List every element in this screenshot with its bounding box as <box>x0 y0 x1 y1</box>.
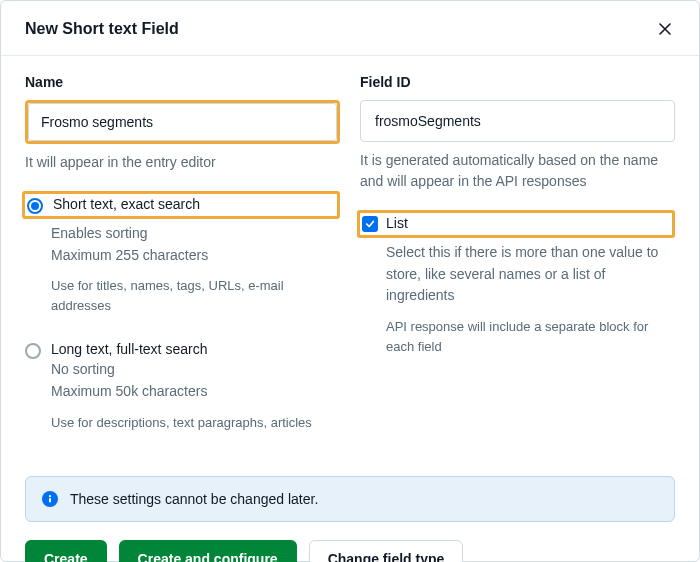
short-text-option[interactable]: Short text, exact search Enables sorting… <box>25 191 340 315</box>
modal-footer: These settings cannot be changed later. … <box>1 476 699 562</box>
name-input-highlight <box>25 100 340 144</box>
name-input[interactable] <box>28 103 337 141</box>
new-field-modal: New Short text Field Name It will appear… <box>0 0 700 562</box>
radio-long-text[interactable] <box>25 343 41 359</box>
check-icon <box>365 219 375 229</box>
text-type-radio-group: Short text, exact search Enables sorting… <box>25 191 340 432</box>
field-id-label: Field ID <box>360 74 675 90</box>
list-checkbox[interactable] <box>362 216 378 232</box>
close-icon <box>657 21 673 37</box>
list-title: List <box>386 215 408 231</box>
modal-header: New Short text Field <box>1 1 699 56</box>
left-column: Name It will appear in the entry editor … <box>25 74 340 458</box>
list-sub: Select this if there is more than one va… <box>386 242 675 307</box>
list-checkbox-highlight: List <box>357 210 675 238</box>
list-option[interactable]: List Select this if there is more than o… <box>360 210 675 356</box>
notice-text: These settings cannot be changed later. <box>70 491 318 507</box>
long-text-title: Long text, full-text search <box>51 341 312 357</box>
field-id-input-wrap <box>360 100 675 142</box>
short-text-sub1: Enables sorting <box>51 223 340 245</box>
change-field-type-button[interactable]: Change field type <box>309 540 464 562</box>
long-text-sub2: Maximum 50k characters <box>51 381 312 403</box>
field-id-input[interactable] <box>363 103 672 139</box>
close-button[interactable] <box>655 19 675 39</box>
short-text-highlight: Short text, exact search <box>22 191 340 219</box>
long-text-sub1: No sorting <box>51 359 312 381</box>
modal-title: New Short text Field <box>25 20 179 38</box>
modal-body: Name It will appear in the entry editor … <box>1 56 699 476</box>
right-column: Field ID It is generated automatically b… <box>360 74 675 458</box>
create-button[interactable]: Create <box>25 540 107 562</box>
field-id-helper: It is generated automatically based on t… <box>360 150 675 192</box>
info-icon <box>42 491 58 507</box>
name-helper: It will appear in the entry editor <box>25 152 340 173</box>
long-text-option[interactable]: Long text, full-text search No sorting M… <box>25 341 340 432</box>
radio-short-text[interactable] <box>27 198 43 214</box>
button-row: Create Create and configure Change field… <box>25 540 675 562</box>
create-configure-button[interactable]: Create and configure <box>119 540 297 562</box>
settings-notice: These settings cannot be changed later. <box>25 476 675 522</box>
short-text-title: Short text, exact search <box>53 196 200 212</box>
short-text-sub2: Maximum 255 characters <box>51 245 340 267</box>
long-text-hint: Use for descriptions, text paragraphs, a… <box>51 413 312 433</box>
svg-rect-1 <box>49 498 51 503</box>
short-text-hint: Use for titles, names, tags, URLs, e-mai… <box>51 276 340 315</box>
list-hint: API response will include a separate blo… <box>386 317 675 356</box>
svg-point-0 <box>49 495 51 497</box>
name-label: Name <box>25 74 340 90</box>
